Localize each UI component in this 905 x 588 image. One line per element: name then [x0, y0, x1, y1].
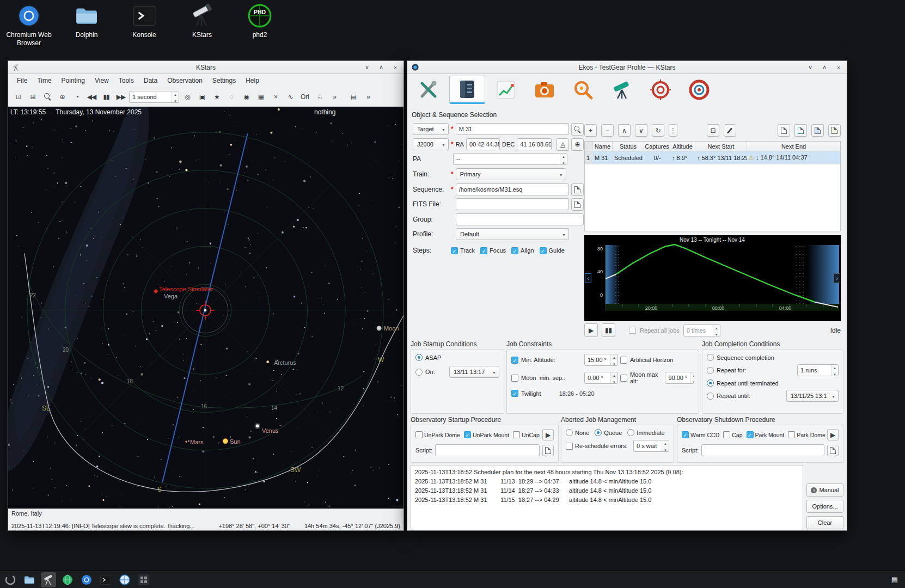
close-icon[interactable]: × [391, 63, 400, 72]
ekos-titlebar[interactable]: Ekos - TestGear Profile — KStars ∨ ∧ × [407, 61, 847, 74]
move-job-down-button[interactable]: ∨ [635, 124, 647, 137]
tab-capture[interactable] [527, 76, 562, 104]
tab-setup[interactable] [411, 76, 447, 104]
fits-input[interactable] [456, 198, 569, 210]
desktop-icon-konsole[interactable]: Konsole [120, 3, 169, 47]
epoch-combo[interactable]: J2000 [413, 138, 449, 150]
repeat-runs-spinner[interactable]: 1 runs [797, 364, 839, 376]
telescope-marker-label[interactable]: Telescope Simulator [159, 286, 213, 292]
toggle-satellites-icon[interactable]: ∿ [284, 90, 297, 103]
time-step-spinner[interactable]: 1 second [129, 91, 179, 103]
group-input[interactable] [456, 213, 584, 225]
cap-checkbox[interactable] [723, 431, 730, 438]
panel-toggle-icon[interactable]: ▤ [887, 572, 902, 587]
menu-observation[interactable]: Observation [163, 75, 207, 86]
browse-sequence-button[interactable] [571, 183, 584, 196]
tab-mount[interactable] [604, 76, 640, 104]
moon-separation-spinner[interactable]: 0.00 ° [584, 372, 618, 384]
park-mount-checkbox[interactable] [747, 431, 754, 438]
aborted-immediate-radio[interactable] [627, 429, 634, 436]
track-object-icon[interactable]: ◎ [181, 90, 194, 103]
repeat-for-radio[interactable] [707, 367, 714, 374]
job-menu-button[interactable]: ⋮ [669, 124, 677, 137]
taskbar-busy-indicator[interactable] [3, 572, 18, 587]
time-rewind-icon[interactable]: ◀◀ [85, 90, 98, 103]
desktop-icon-kstars[interactable]: KStars [178, 3, 227, 47]
add-job-button[interactable]: + [584, 124, 597, 137]
frame-target-button[interactable]: ⊡ [707, 124, 719, 137]
col-name[interactable]: Name [593, 142, 613, 151]
close-icon[interactable]: × [834, 63, 843, 72]
clear-button[interactable]: Clear [806, 516, 843, 529]
on-date-radio[interactable] [415, 369, 423, 376]
menu-time[interactable]: Time [33, 75, 56, 86]
step-track-checkbox[interactable] [451, 247, 458, 254]
set-time-icon[interactable]: ◔ [70, 90, 83, 103]
target-type-combo[interactable]: Target [413, 123, 449, 135]
sky-label-vega[interactable]: Vega [164, 293, 178, 299]
sky-label-venus[interactable]: Venus [262, 427, 279, 434]
tab-guide[interactable] [643, 76, 678, 104]
browse-fits-button[interactable] [571, 198, 584, 211]
pause-scheduler-button[interactable]: ▮▮ [602, 323, 615, 337]
pa-spinner[interactable]: -- [453, 153, 567, 165]
error-wait-spinner[interactable]: 0 s wait [633, 440, 669, 452]
center-target-button[interactable]: ⊕ [571, 138, 584, 151]
col-next-end[interactable]: Next End [747, 142, 840, 151]
menu-file[interactable]: File [13, 75, 32, 86]
ra-input[interactable]: 00 42 44.35 [466, 138, 500, 150]
time-advance-icon[interactable]: ▶▶ [114, 90, 127, 103]
repeat-times-spinner[interactable]: 0 times [683, 324, 720, 336]
profile-combo[interactable]: Default [456, 228, 569, 240]
sky-image-icon[interactable]: ▣ [195, 90, 209, 103]
moon-separation-checkbox[interactable] [511, 375, 518, 382]
remove-job-button[interactable]: − [601, 124, 614, 137]
step-focus-checkbox[interactable] [480, 247, 487, 254]
kstars-titlebar[interactable]: KStars ∨ ∧ × [8, 61, 403, 74]
toggle-grid-icon[interactable]: ▦ [254, 90, 267, 103]
tab-align[interactable] [681, 76, 717, 104]
reset-jobs-button[interactable]: ↻ [652, 124, 664, 137]
edit-job-button[interactable] [724, 124, 736, 137]
browse-startup-script-button[interactable] [542, 445, 554, 456]
panel-overflow-icon[interactable]: » [362, 90, 375, 103]
tab-focus[interactable] [565, 76, 601, 104]
sky-label-mars[interactable]: Mars [190, 439, 203, 445]
min-altitude-checkbox[interactable] [511, 357, 518, 364]
aborted-queue-radio[interactable] [595, 429, 602, 436]
menu-data[interactable]: Data [139, 75, 162, 86]
desktop-icon-dolphin[interactable]: Dolphin [62, 3, 111, 47]
repeat-until-radio[interactable] [707, 393, 714, 400]
repeat-until-datetime[interactable]: 13/11/25 13:17 [786, 390, 839, 402]
unpark-dome-checkbox[interactable] [415, 431, 423, 438]
toggle-dso-icon[interactable]: ◌ [225, 90, 238, 103]
new-schedule-button[interactable] [778, 124, 790, 137]
uncap-checkbox[interactable] [513, 431, 520, 438]
taskbar-dolphin[interactable] [22, 572, 37, 587]
constellation-names-icon[interactable]: Ori [298, 90, 311, 103]
move-job-up-button[interactable]: ∧ [618, 124, 631, 137]
toggle-solar-system-icon[interactable]: ◉ [240, 90, 253, 103]
time-step-arrows[interactable] [172, 91, 179, 102]
save-schedule-button[interactable] [811, 124, 824, 137]
table-row[interactable]: 1 M 31 Scheduled 0/- ↑ 8.9° ↑ 58.3° 13/1… [585, 151, 840, 164]
sequence-completion-radio[interactable] [707, 354, 714, 361]
sky-label-moon[interactable]: Moon [384, 325, 399, 332]
run-startup-button[interactable]: ▶ [542, 429, 554, 440]
taskbar-phd2[interactable] [117, 572, 132, 587]
browse-shutdown-script-button[interactable] [827, 445, 839, 456]
zoom-fit-icon[interactable]: ⊞ [26, 90, 39, 103]
run-shutdown-button[interactable]: ▶ [827, 429, 839, 440]
menu-view[interactable]: View [90, 75, 113, 86]
fov-indicator-icon[interactable]: ⊡ [11, 90, 25, 103]
graph-prev-button[interactable]: ‹ [585, 273, 591, 283]
menu-help[interactable]: Help [241, 75, 264, 86]
toolbar-overflow-icon[interactable]: » [328, 90, 341, 103]
find-object-icon[interactable] [41, 90, 54, 103]
startup-script-input[interactable] [435, 444, 540, 456]
min-altitude-spinner[interactable]: 15.00 ° [584, 354, 618, 366]
toggle-stars-icon[interactable]: ★ [210, 90, 223, 103]
scheduler-log[interactable]: 2025-11-13T13:18:52 Scheduler plan for t… [411, 465, 803, 530]
sky-label-sun[interactable]: Sun [230, 438, 241, 445]
manual-button[interactable]: Manual [806, 483, 843, 497]
